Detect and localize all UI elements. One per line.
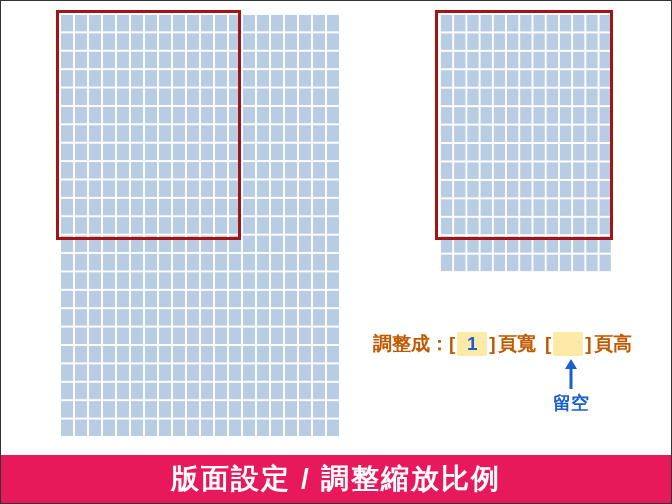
diagram-canvas: 調整成：[ 1 ] 頁寬 [ ] 頁高 留空 xyxy=(1,1,671,457)
pages-tall-label: 頁高 xyxy=(594,331,632,357)
right-page-frame xyxy=(435,10,613,240)
footer-title: 版面設定 / 調整縮放比例 xyxy=(171,460,500,498)
arrow-up-icon xyxy=(563,359,579,389)
left-page-frame xyxy=(56,10,241,240)
pages-wide-label: 頁寬 xyxy=(498,331,536,357)
svg-marker-1 xyxy=(565,359,577,369)
footer-title-bar: 版面設定 / 調整縮放比例 xyxy=(1,455,671,503)
blank-annotation: 留空 xyxy=(553,359,589,415)
pages-tall-value-box xyxy=(553,332,583,356)
formula-prefix: 調整成：[ xyxy=(373,331,455,357)
formula-close-2: ] xyxy=(585,333,591,355)
fit-to-formula: 調整成：[ 1 ] 頁寬 [ ] 頁高 xyxy=(373,331,632,357)
formula-open-2: [ xyxy=(545,333,551,355)
formula-close-1: ] xyxy=(489,333,495,355)
pages-wide-value-box: 1 xyxy=(457,332,487,356)
blank-label: 留空 xyxy=(553,391,589,415)
